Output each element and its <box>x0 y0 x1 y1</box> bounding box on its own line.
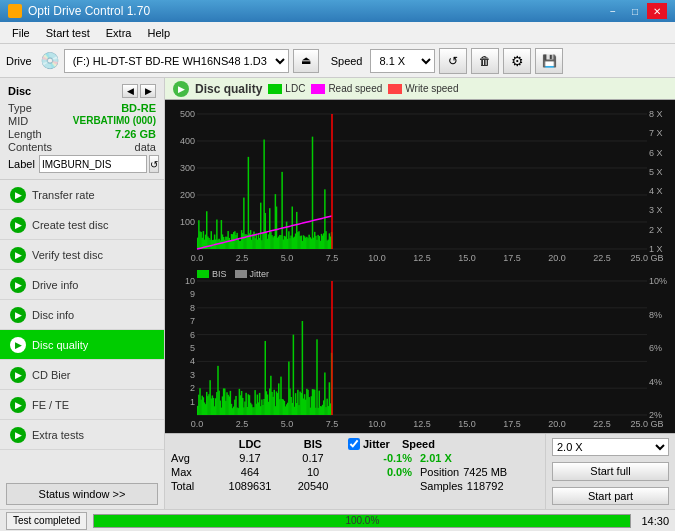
sidebar-item-disc-info[interactable]: ▶ Disc info <box>0 300 164 330</box>
sidebar-item-create-test-disc[interactable]: ▶ Create test disc <box>0 210 164 240</box>
legend-read-speed: Read speed <box>311 83 382 94</box>
max-ldc: 464 <box>216 466 284 478</box>
bis-legend: BIS <box>197 269 227 279</box>
max-jitter: 0.0% <box>342 466 412 478</box>
max-row: Max 464 10 0.0% Position 7425 MB <box>171 466 539 478</box>
toolbar: Drive 💿 (F:) HL-DT-ST BD-RE WH16NS48 1.D… <box>0 44 675 78</box>
sidebar-item-drive-info[interactable]: ▶ Drive info <box>0 270 164 300</box>
cd-bier-icon: ▶ <box>10 367 26 383</box>
bis-header: BIS <box>284 438 342 450</box>
lower-chart-canvas <box>165 267 675 433</box>
position-val: 7425 MB <box>463 466 507 478</box>
menu-file[interactable]: File <box>4 25 38 41</box>
window-controls: − □ ✕ <box>603 3 667 19</box>
lower-legend: BIS Jitter <box>197 269 269 279</box>
transfer-rate-icon: ▶ <box>10 187 26 203</box>
avg-ldc: 9.17 <box>216 452 284 464</box>
jitter-checkbox[interactable] <box>348 438 360 450</box>
jitter-checkbox-section: Jitter <box>348 438 390 450</box>
menu-extra[interactable]: Extra <box>98 25 140 41</box>
save-button[interactable]: 💾 <box>535 48 563 74</box>
disc-length-row: Length 7.26 GB <box>8 128 156 140</box>
disc-label-row: Label ↺ <box>8 155 156 173</box>
sidebar-item-cd-bier[interactable]: ▶ CD Bier <box>0 360 164 390</box>
menu-bar: File Start test Extra Help <box>0 22 675 44</box>
app-title: Opti Drive Control 1.70 <box>28 4 150 18</box>
disc-next-button[interactable]: ▶ <box>140 84 156 98</box>
disc-quality-icon: ▶ <box>10 337 26 353</box>
extra-tests-icon: ▶ <box>10 427 26 443</box>
disc-section-label: Disc <box>8 85 31 97</box>
avg-jitter: -0.1% <box>342 452 412 464</box>
maximize-button[interactable]: □ <box>625 3 645 19</box>
speed-dropdown[interactable]: 2.0 X <box>552 438 669 456</box>
samples-val: 118792 <box>467 480 504 492</box>
total-row: Total 1089631 20540 Samples 118792 <box>171 480 539 492</box>
sidebar-item-transfer-rate[interactable]: ▶ Transfer rate <box>0 180 164 210</box>
erase-button[interactable]: 🗑 <box>471 48 499 74</box>
start-part-button[interactable]: Start part <box>552 487 669 505</box>
ldc-color-swatch <box>268 84 282 94</box>
minimize-button[interactable]: − <box>603 3 623 19</box>
nav-items: ▶ Transfer rate ▶ Create test disc ▶ Ver… <box>0 180 164 479</box>
disc-label-input[interactable] <box>39 155 147 173</box>
disc-label-label: Label <box>8 158 35 170</box>
refresh-button[interactable]: ↺ <box>439 48 467 74</box>
disc-label-refresh-btn[interactable]: ↺ <box>149 155 159 173</box>
drive-info-icon: ▶ <box>10 277 26 293</box>
avg-bis: 0.17 <box>284 452 342 464</box>
speed-val: 2.01 X <box>420 452 452 464</box>
disc-mid-row: MID VERBATIM0 (000) <box>8 115 156 127</box>
position-label: Position <box>420 466 459 478</box>
settings-button[interactable]: ⚙ <box>503 48 531 74</box>
stats-panel: LDC BIS Jitter Speed Avg 9.17 0.17 -0.1%… <box>165 433 675 509</box>
drive-label: Drive <box>6 55 32 67</box>
jitter-legend: Jitter <box>235 269 270 279</box>
close-button[interactable]: ✕ <box>647 3 667 19</box>
upper-chart-canvas <box>165 100 675 267</box>
sidebar-item-verify-test-disc[interactable]: ▶ Verify test disc <box>0 240 164 270</box>
status-time: 14:30 <box>641 515 669 527</box>
speed-header: Speed <box>402 438 435 450</box>
speed-select[interactable]: 8.1 X <box>370 49 435 73</box>
sidebar: Disc ◀ ▶ Type BD-RE MID VERBATIM0 (000) … <box>0 78 165 509</box>
disc-prev-button[interactable]: ◀ <box>122 84 138 98</box>
main-layout: Disc ◀ ▶ Type BD-RE MID VERBATIM0 (000) … <box>0 78 675 509</box>
eject-button[interactable]: ⏏ <box>293 49 319 73</box>
disc-contents-row: Contents data <box>8 141 156 153</box>
drive-select[interactable]: (F:) HL-DT-ST BD-RE WH16NS48 1.D3 <box>64 49 289 73</box>
status-bar: Test completed 100.0% 14:30 <box>0 509 675 531</box>
total-bis: 20540 <box>284 480 342 492</box>
menu-start-test[interactable]: Start test <box>38 25 98 41</box>
progress-text: 100.0% <box>345 515 379 526</box>
sidebar-item-fe-te[interactable]: ▶ FE / TE <box>0 390 164 420</box>
fe-te-icon: ▶ <box>10 397 26 413</box>
upper-chart <box>165 100 675 267</box>
disc-type-row: Type BD-RE <box>8 102 156 114</box>
disc-quality-title: Disc quality <box>195 82 262 96</box>
disc-quality-icon-circle: ▶ <box>173 81 189 97</box>
avg-label: Avg <box>171 452 216 464</box>
position-row: Position 7425 MB <box>420 466 507 478</box>
test-completed-button[interactable]: Test completed <box>6 512 87 530</box>
progress-text-overlay: 100.0% <box>93 514 631 528</box>
status-window-button[interactable]: Status window >> <box>6 483 158 505</box>
avg-row: Avg 9.17 0.17 -0.1% 2.01 X <box>171 452 539 464</box>
legend-write-speed: Write speed <box>388 83 458 94</box>
sidebar-item-extra-tests[interactable]: ▶ Extra tests <box>0 420 164 450</box>
max-label: Max <box>171 466 216 478</box>
menu-help[interactable]: Help <box>139 25 178 41</box>
start-full-button[interactable]: Start full <box>552 462 669 480</box>
title-bar: Opti Drive Control 1.70 − □ ✕ <box>0 0 675 22</box>
disc-info-icon: ▶ <box>10 307 26 323</box>
speed-label: Speed <box>331 55 363 67</box>
content-area: ▶ Disc quality LDC Read speed Write spee… <box>165 78 675 509</box>
sidebar-item-disc-quality[interactable]: ▶ Disc quality <box>0 330 164 360</box>
ldc-header: LDC <box>216 438 284 450</box>
jitter-header: Jitter <box>363 438 390 450</box>
disc-info-panel: Disc ◀ ▶ Type BD-RE MID VERBATIM0 (000) … <box>0 78 164 180</box>
total-label: Total <box>171 480 216 492</box>
bis-color-swatch <box>197 270 209 278</box>
drive-icon: 💿 <box>40 51 60 70</box>
charts-area: BIS Jitter <box>165 100 675 433</box>
